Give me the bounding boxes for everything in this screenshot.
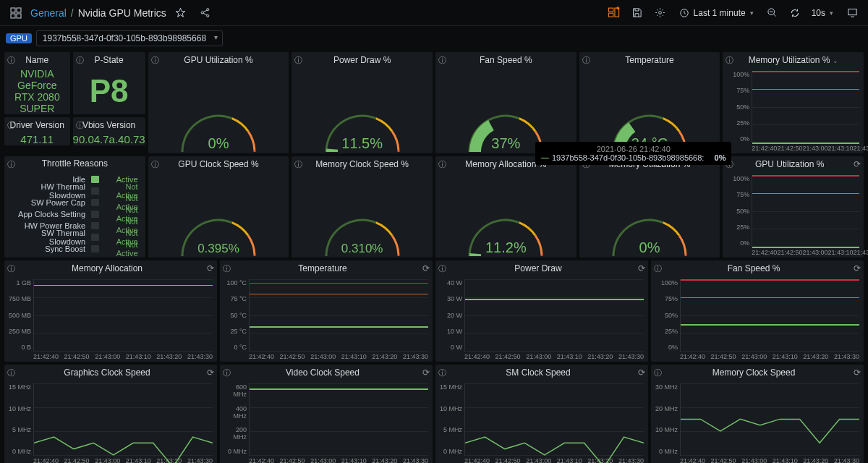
dashboard-header: General / Nvidia GPU Metrics Last 1 minu… [0, 0, 868, 26]
panel-gpu-clock-speed: ⓘ GPU Clock Speed % 0.395% [148, 156, 289, 258]
panel-pstate: ⓘ P-State P8 [73, 52, 145, 114]
refresh-icon[interactable]: ⟳ [422, 368, 430, 378]
panel-memory-clock-speed: ⓘ Memory Clock Speed % 0.310% [292, 156, 433, 258]
breadcrumb: General / Nvidia GPU Metrics [30, 7, 166, 19]
info-icon[interactable]: ⓘ [654, 263, 662, 274]
save-icon[interactable] [627, 4, 647, 22]
add-panel-icon[interactable] [604, 4, 624, 22]
throttle-row: Sync Boost Not Active [12, 243, 138, 255]
stat-driver: 471.11 [20, 133, 54, 145]
info-icon[interactable]: ⓘ [7, 55, 15, 66]
panel-gpu-utilization-ts: ⓘ GPU Utilization %⟳ 100%75%50%25%0%21:4… [723, 156, 864, 258]
info-icon[interactable]: ⓘ [7, 120, 15, 131]
panel-memory-allocation-ts: ⓘMemory Allocation⟳1 GB750 MB500 MB250 M… [4, 260, 217, 362]
panel-sm-clock-ts: ⓘSM Clock Speed⟳15 MHz10 MHz5 MHz0 MHz21… [435, 365, 648, 463]
info-icon[interactable]: ⓘ [7, 159, 15, 170]
info-icon[interactable]: ⓘ [294, 159, 302, 170]
stat-pstate: P8 [90, 73, 129, 109]
info-icon[interactable]: ⓘ [223, 368, 231, 378]
info-icon[interactable]: ⓘ [582, 159, 590, 170]
tv-mode-icon[interactable] [842, 4, 862, 22]
panel-power-draw-ts: ⓘPower Draw⟳40 W30 W20 W10 W0 W21:42:402… [435, 260, 648, 362]
refresh-icon[interactable]: ⟳ [207, 263, 214, 273]
svg-rect-0 [11, 8, 15, 12]
stat-vbios: 90.04.7a.40.73 [73, 133, 145, 145]
info-icon[interactable]: ⓘ [151, 159, 159, 170]
refresh-icon[interactable]: ⟳ [854, 368, 861, 378]
info-icon[interactable]: ⓘ [294, 55, 302, 66]
panel-gpu-utilization: ⓘ GPU Utilization % 0% [148, 52, 289, 153]
info-icon[interactable]: ⓘ [223, 263, 231, 274]
variable-label-gpu: GPU [6, 33, 32, 43]
panel-driver-version: ⓘ Driver Version 471.11 [4, 117, 70, 145]
panel-fan-speed-ts: ⓘFan Speed %⟳100%75%50%25%0%21:42:4021:4… [651, 260, 864, 362]
svg-rect-1 [17, 8, 21, 12]
info-icon[interactable]: ⓘ [438, 263, 446, 274]
info-icon[interactable]: ⓘ [726, 55, 733, 66]
zoom-out-icon[interactable] [762, 4, 783, 22]
svg-point-6 [207, 14, 209, 17]
panel-temperature-ts: ⓘTemperature⟳100 °C75 °C50 °C25 °C0 °C21… [220, 260, 433, 362]
panel-memory-utilization-gauge: ⓘ Memory Utilization % 0% [579, 156, 720, 258]
refresh-icon[interactable]: ⟳ [638, 368, 645, 378]
chevron-down-icon: ▾ [830, 9, 833, 17]
info-icon[interactable]: ⓘ [654, 368, 662, 378]
stat-gpu-name: NVIDIA GeForce RTX 2080 SUPER [4, 68, 70, 114]
breadcrumb-root[interactable]: General [30, 7, 67, 19]
info-icon[interactable]: ⓘ [438, 159, 446, 170]
panel-memory-utilization-ts: ⓘ Memory Utilization % ⌄ 100%75%50%25%0%… [723, 52, 864, 153]
breadcrumb-page[interactable]: Nvidia GPU Metrics [78, 7, 166, 19]
refresh-icon[interactable]: ⟳ [854, 263, 861, 273]
panel-name: ⓘ Name NVIDIA GeForce RTX 2080 SUPER [4, 52, 70, 114]
svg-rect-3 [17, 14, 21, 18]
info-icon[interactable]: ⓘ [7, 368, 15, 378]
svg-point-10 [659, 12, 662, 14]
info-icon[interactable]: ⓘ [438, 55, 446, 66]
panel-throttle-reasons: ⓘ Throttle Reasons Idle Active HW Therma… [4, 156, 145, 258]
info-icon[interactable]: ⓘ [438, 368, 446, 378]
panel-vbios-version: ⓘ Vbios Version 90.04.7a.40.73 [73, 117, 145, 145]
variable-select-gpu[interactable]: 1937b558-347d-0f30-105b-893b98985668 [36, 30, 223, 46]
refresh-button[interactable] [786, 4, 803, 22]
info-icon[interactable]: ⓘ [76, 120, 84, 131]
dashboard-grid: ⓘ Name NVIDIA GeForce RTX 2080 SUPER ⓘ P… [0, 51, 868, 463]
panel-temperature: ⓘ Temperature 34 °C [579, 52, 720, 153]
info-icon[interactable]: ⓘ [76, 55, 84, 66]
info-icon[interactable]: ⓘ [582, 55, 590, 66]
svg-rect-2 [11, 14, 15, 18]
dashboards-icon[interactable] [6, 4, 26, 22]
panel-video-clock-ts: ⓘVideo Clock Speed⟳600 MHz400 MHz200 MHz… [220, 365, 433, 463]
panel-fan-speed: ⓘ Fan Speed % 37% [435, 52, 576, 153]
svg-rect-13 [848, 9, 856, 15]
refresh-icon[interactable]: ⟳ [207, 368, 214, 378]
info-icon[interactable]: ⓘ [726, 159, 733, 170]
svg-rect-8 [609, 13, 613, 17]
panel-memory-allocation: ⓘ Memory Allocation % 11.2% [435, 156, 576, 258]
variable-bar: GPU 1937b558-347d-0f30-105b-893b98985668 [0, 26, 868, 51]
refresh-icon[interactable]: ⟳ [854, 159, 861, 169]
info-icon[interactable]: ⓘ [7, 263, 15, 274]
svg-rect-7 [609, 8, 613, 12]
refresh-icon[interactable]: ⟳ [638, 263, 645, 273]
panel-memory-clock-ts: ⓘMemory Clock Speed⟳30 MHz20 MHz10 MHz0 … [651, 365, 864, 463]
panel-power-draw: ⓘ Power Draw % 11.5% [292, 52, 433, 153]
share-icon[interactable] [195, 4, 216, 22]
settings-icon[interactable] [650, 4, 671, 22]
time-range-picker[interactable]: Last 1 minute ▾ [673, 4, 760, 22]
svg-point-5 [207, 9, 209, 11]
refresh-icon[interactable]: ⟳ [422, 263, 430, 273]
panel-graphics-clock-ts: ⓘGraphics Clock Speed⟳15 MHz10 MHz5 MHz0… [4, 365, 217, 463]
star-icon[interactable] [171, 4, 191, 22]
chevron-down-icon: ▾ [750, 9, 754, 17]
info-icon[interactable]: ⓘ [151, 55, 159, 66]
refresh-interval-picker[interactable]: 10s ▾ [806, 4, 839, 22]
